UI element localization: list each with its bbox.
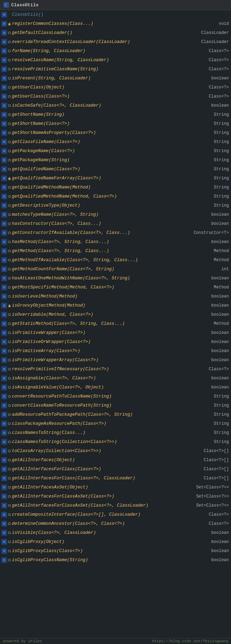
- method-row[interactable]: mgetUserClass(Class<?>)Class<?>: [0, 92, 231, 101]
- method-row[interactable]: mcreateCompositeInterface(Class<?>[], Cl…: [0, 510, 231, 519]
- method-row[interactable]: mhasAtLeastOneMethodWithName(Class<?>, S…: [0, 274, 231, 283]
- method-row[interactable]: mgetDescriptiveType(Object)String: [0, 201, 231, 210]
- method-badge: m: [1, 312, 7, 317]
- method-row[interactable]: mgetShortName(String)String: [0, 110, 231, 119]
- method-row[interactable]: mhasConstructor(Class<?>, Class...)boole…: [0, 219, 231, 228]
- method-badge: m: [1, 512, 7, 517]
- method-row[interactable]: mclassNamesToString(Class...)String: [0, 428, 231, 437]
- method-row[interactable]: mgetAllInterfacesForClassAsSet(Class<?>)…: [0, 492, 231, 501]
- method-row[interactable]: mClassUtils(): [0, 10, 231, 19]
- method-row[interactable]: mdetermineCommonAncestor(Class<?>, Class…: [0, 519, 231, 528]
- method-row[interactable]: misCglibProxy(Object)boolean: [0, 537, 231, 546]
- return-type: boolean: [201, 358, 229, 363]
- method-row[interactable]: mhasMethod(Class<?>, String, Class...)bo…: [0, 237, 231, 246]
- method-row[interactable]: mresolvePrimitiveIfNecessary(Class<?>)Cl…: [0, 365, 231, 374]
- method-name: isCglibProxyClass(Class<?>): [12, 549, 198, 553]
- method-row[interactable]: mgetMethodIfAvailable(Class<?>, String, …: [0, 256, 231, 265]
- method-badge: m: [1, 239, 7, 245]
- method-row[interactable]: mgetClassFileName(Class<?>)String: [0, 137, 231, 146]
- method-name: classPackageAsResourcePath(Class<?>): [12, 421, 198, 426]
- method-row[interactable]: mgetAllInterfacesForClassAsSet(Class<?>,…: [0, 501, 231, 510]
- method-row[interactable]: mgetAllInterfacesForClass(Class<?>)Class…: [0, 465, 231, 474]
- method-row[interactable]: mgetAllInterfacesAsSet(Object)Set<Class<…: [0, 483, 231, 492]
- method-name: getPackageName(String): [12, 158, 198, 163]
- method-name: createCompositeInterface(Class<?>[], Cla…: [12, 512, 198, 517]
- method-row[interactable]: mgetAllInterfaces(Object)Class<?>[]: [0, 456, 231, 465]
- method-row[interactable]: m🔒getQualifiedNameForArray(Class<?>)Stri…: [0, 174, 231, 183]
- method-badge: m: [1, 121, 7, 127]
- method-row[interactable]: misPresent(String, ClassLoader)boolean: [0, 74, 231, 83]
- method-row[interactable]: misPrimitiveWrapperArray(Class<?>)boolea…: [0, 356, 231, 365]
- method-row[interactable]: misPrimitiveArray(Class<?>)boolean: [0, 346, 231, 356]
- method-row[interactable]: mresolveClassName(String, ClassLoader)Cl…: [0, 56, 231, 65]
- method-badge: m: [1, 85, 7, 90]
- method-name: convertClassNameToResourcePath(String): [12, 403, 198, 408]
- method-row[interactable]: mresolvePrimitiveClassName(String)Class<…: [0, 65, 231, 74]
- method-row[interactable]: mmatchesTypeName(Class<?>, String)boolea…: [0, 210, 231, 219]
- return-type: String: [201, 167, 229, 172]
- method-row[interactable]: misUserLevelMethod(Method)boolean: [0, 292, 231, 301]
- method-badge: m: [1, 366, 7, 372]
- method-badge: m: [1, 321, 7, 327]
- chain-icon: [8, 67, 11, 71]
- return-type: boolean: [201, 376, 229, 381]
- method-row[interactable]: mgetQualifiedName(Class<?>)String: [0, 165, 231, 174]
- return-type: boolean: [201, 312, 229, 317]
- method-row[interactable]: mgetStaticMethod(Class<?>, String, Class…: [0, 319, 231, 328]
- method-row[interactable]: mgetMostSpecificMethod(Method, Class<?>)…: [0, 283, 231, 292]
- method-row[interactable]: mconvertResourcePathToClassName(String)S…: [0, 392, 231, 401]
- method-row[interactable]: misOverridable(Method, Class<?>)boolean: [0, 310, 231, 319]
- method-row[interactable]: misAssignable(Class<?>, Class<?>)boolean: [0, 374, 231, 383]
- method-name: getShortNameAsProperty(Class<?>): [12, 130, 198, 135]
- method-badge: m: [1, 130, 7, 136]
- method-row[interactable]: maddResourcePathToPackagePath(Class<?>, …: [0, 410, 231, 419]
- return-type: String: [201, 439, 229, 444]
- method-row[interactable]: mgetMethodCountForName(Class<?>, String)…: [0, 265, 231, 274]
- method-row[interactable]: mgetMethod(Class<?>, String, Class...)Me…: [0, 246, 231, 256]
- method-row[interactable]: misAssignableValue(Class<?>, Object)bool…: [0, 383, 231, 392]
- method-name: toClassArray(Collection<Class<?>>): [12, 449, 198, 453]
- chain-icon: [8, 131, 11, 135]
- chain-icon: [8, 222, 11, 226]
- method-row[interactable]: misCglibProxyClass(Class<?>)boolean: [0, 546, 231, 556]
- return-type: boolean: [201, 558, 229, 563]
- method-row[interactable]: misVisible(Class<?>, ClassLoader)boolean: [0, 528, 231, 537]
- method-badge: m: [1, 412, 7, 417]
- chain-icon: [8, 249, 11, 253]
- method-badge: m: [1, 403, 7, 408]
- return-type: void: [201, 21, 229, 26]
- chain-icon: [8, 149, 11, 153]
- method-row[interactable]: mgetDefaultClassLoader()ClassLoader: [0, 28, 231, 37]
- method-name: isAssignableValue(Class<?>, Object): [12, 385, 198, 390]
- method-name: getAllInterfacesForClass(Class<?>, Class…: [12, 476, 198, 481]
- method-row[interactable]: mgetQualifiedMethodName(Method)String: [0, 183, 231, 192]
- method-row[interactable]: misCglibProxyClassName(String)boolean: [0, 556, 231, 565]
- method-row[interactable]: mgetShortNameAsProperty(Class<?>)String: [0, 128, 231, 137]
- method-badge: m: [1, 76, 7, 81]
- chain-icon: [8, 440, 11, 444]
- method-row[interactable]: mclassPackageAsResourcePath(Class<?>)Str…: [0, 419, 231, 428]
- method-row[interactable]: misPrimitiveWrapper(Class<?>)boolean: [0, 328, 231, 337]
- method-row[interactable]: mgetAllInterfacesForClass(Class<?>, Clas…: [0, 474, 231, 483]
- return-type: String: [201, 412, 229, 417]
- method-row[interactable]: mclassNamesToString(Collection<Class<?>>…: [0, 437, 231, 446]
- method-row[interactable]: mgetUserClass(Object)Class<?>: [0, 83, 231, 92]
- chain-icon: [8, 322, 11, 326]
- method-row[interactable]: mgetPackageName(String)String: [0, 156, 231, 165]
- method-row[interactable]: m🔒registerCommonClasses(Class...)void: [0, 19, 231, 28]
- method-row[interactable]: mgetShortName(Class<?>)String: [0, 119, 231, 128]
- method-name: getUserClass(Class<?>): [12, 94, 198, 99]
- method-row[interactable]: mgetQualifiedMethodName(Method, Class<?>…: [0, 192, 231, 201]
- method-row[interactable]: moverrideThreadContextClassLoader(ClassL…: [0, 37, 231, 46]
- method-row[interactable]: m🔒isGroovyObjectMethod(Method)boolean: [0, 301, 231, 310]
- method-row[interactable]: mtoClassArray(Collection<Class<?>>)Class…: [0, 446, 231, 456]
- footer-left: powered by yFiles: [3, 639, 42, 643]
- method-row[interactable]: misCacheSafe(Class<?>, ClassLoader)boole…: [0, 101, 231, 110]
- chain-icon: [8, 213, 11, 217]
- method-row[interactable]: misPrimitiveOrWrapper(Class<?>)boolean: [0, 337, 231, 346]
- method-row[interactable]: mconvertClassNameToResourcePath(String)S…: [0, 401, 231, 410]
- method-name: getMethod(Class<?>, String, Class...): [12, 249, 198, 253]
- method-row[interactable]: mgetPackageName(Class<?>)String: [0, 146, 231, 156]
- method-row[interactable]: mforName(String, ClassLoader)Class<?>: [0, 46, 231, 56]
- method-row[interactable]: mgetConstructorIfAvailable(Class<T>, Cla…: [0, 228, 231, 237]
